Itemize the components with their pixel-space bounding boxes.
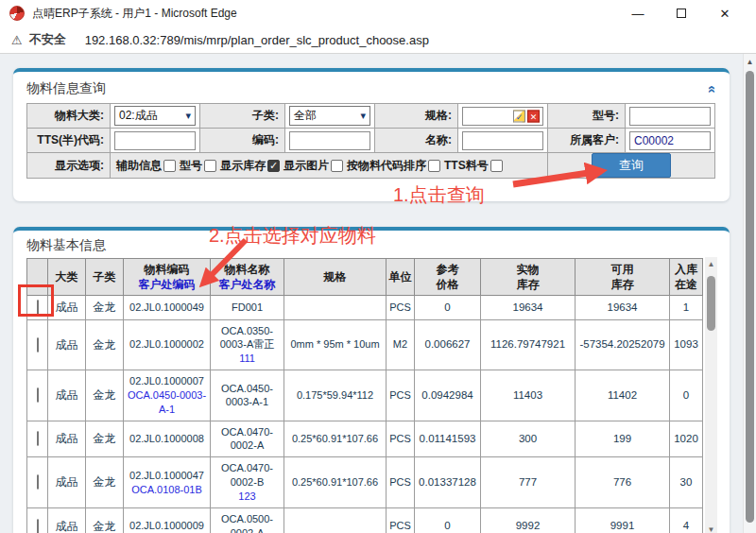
annotation-step1: 1.点击查询	[393, 182, 485, 208]
close-button[interactable]: ✕	[703, 0, 747, 26]
results-panel: 物料基本信息 大类 子类 物料编码 客户处编码 物料名称	[13, 227, 730, 533]
address-bar[interactable]: ⚠ 不安全 192.168.0.32:789/mis/mrp/plan_orde…	[0, 26, 756, 54]
code-label: 编码:	[200, 129, 285, 153]
query-panel-title: 物料信息查询	[26, 80, 106, 97]
option-checkbox[interactable]	[267, 160, 280, 172]
category-label: 物料大类:	[27, 104, 111, 129]
minimize-button[interactable]: —	[616, 0, 660, 26]
header-available-stock: 可用 库存	[576, 259, 670, 296]
maximize-icon	[677, 9, 686, 18]
maximize-button[interactable]	[660, 0, 703, 26]
app-favicon	[9, 6, 25, 21]
display-option: TTS料号	[444, 158, 503, 174]
page-content: 物料信息查询 « 物料大类: 02:成品 ▾ 子类: 全部	[0, 54, 756, 533]
display-options: 辅助信息 型号 显示库存 显示图片 按物料代码排序 TTS料号	[111, 153, 548, 179]
table-row[interactable]: 成品 金龙 02.JL0.1000008 OCA.0470-0002-A 0.2…	[27, 421, 703, 457]
option-checkbox[interactable]	[428, 160, 440, 172]
query-panel: 物料信息查询 « 物料大类: 02:成品 ▾ 子类: 全部	[13, 68, 730, 201]
spec-label: 规格:	[375, 104, 458, 129]
header-code-line1: 物料编码	[145, 263, 190, 276]
collapse-chevron-icon[interactable]: «	[704, 85, 720, 93]
scroll-up-icon[interactable]: ▲	[744, 58, 756, 66]
option-label: 辅助信息	[116, 158, 162, 174]
header-price-line2: 价格	[437, 278, 459, 291]
tts-code-input[interactable]	[114, 131, 196, 150]
customer-input[interactable]	[629, 131, 711, 150]
table-row[interactable]: 成品 金龙 02.JL0.1000002 OCA.0350-0003-A雷正11…	[27, 319, 703, 370]
header-physical-line2: 库存	[517, 278, 540, 291]
header-subcategory: 子类	[86, 259, 124, 296]
results-table-body: 成品 金龙 02.JL0.1000049 FD001 PCS 0 19634 1…	[27, 296, 703, 533]
table-scrollbar-thumb[interactable]	[707, 276, 715, 331]
header-inbound: 入库 在途	[670, 259, 703, 296]
code-input[interactable]	[289, 131, 370, 150]
scroll-down-icon[interactable]: ▼	[705, 525, 717, 533]
spec-clear-icon[interactable]: ✕	[527, 110, 540, 122]
model-label: 型号:	[548, 104, 626, 129]
subcategory-select[interactable]: 全部 ▾	[289, 106, 370, 126]
name-label: 名称:	[375, 129, 458, 153]
category-select-value: 02:成品	[119, 108, 158, 124]
option-label: TTS料号	[444, 158, 489, 174]
results-table: 大类 子类 物料编码 客户处编码 物料名称 客户处名称 规格 单位 参考 价格	[26, 258, 703, 533]
header-name: 物料名称 客户处名称	[211, 259, 284, 296]
browser-scrollbar-thumb[interactable]	[746, 71, 754, 523]
query-form: 物料大类: 02:成品 ▾ 子类: 全部 ▾ 规格:	[26, 103, 715, 179]
insecure-warning-icon: ⚠	[11, 34, 23, 46]
header-price: 参考 价格	[415, 259, 481, 296]
header-code-line2: 客户处编码	[139, 278, 196, 291]
table-row[interactable]: 成品 金龙 02.JL0.1000007OCA.0450-0003-A-1 OC…	[27, 370, 703, 421]
row-checkbox[interactable]	[37, 519, 39, 533]
header-available-line2: 库存	[611, 278, 634, 291]
tts-code-label: TTS(半)代码:	[27, 129, 111, 153]
spec-picker-icon[interactable]: ✓	[513, 110, 525, 122]
header-physical-stock: 实物 库存	[481, 259, 576, 296]
subcategory-label: 子类:	[200, 104, 285, 129]
browser-scrollbar[interactable]: ▲	[743, 54, 756, 533]
header-physical-line1: 实物	[517, 263, 540, 276]
window-title: 点晴ERP子系统 - 用户1 - Microsoft Edge	[32, 6, 616, 22]
customer-label: 所属客户:	[548, 129, 626, 153]
header-name-line1: 物料名称	[225, 263, 270, 276]
checkbox-highlight-box	[18, 284, 54, 317]
header-spec: 规格	[284, 259, 387, 296]
option-label: 型号	[180, 158, 202, 174]
annotation-step2: 2.点击选择对应物料	[209, 223, 376, 249]
display-option: 型号	[180, 158, 216, 174]
header-inbound-line1: 入库	[675, 263, 697, 276]
window-titlebar: 点晴ERP子系统 - 用户1 - Microsoft Edge — ✕	[0, 0, 756, 26]
query-button[interactable]: 查询	[592, 153, 671, 178]
table-row[interactable]: 成品 金龙 02.JL0.1000047OCA.0108-01B OCA.047…	[27, 457, 703, 508]
row-checkbox[interactable]	[37, 474, 39, 490]
header-inbound-line2: 在途	[675, 278, 697, 291]
display-option: 辅助信息	[116, 158, 176, 174]
option-checkbox[interactable]	[490, 160, 503, 172]
option-checkbox[interactable]	[163, 160, 176, 172]
header-name-line2: 客户处名称	[219, 278, 276, 291]
row-checkbox[interactable]	[37, 431, 39, 446]
name-input[interactable]	[462, 131, 543, 150]
model-input[interactable]	[629, 107, 711, 126]
option-label: 显示库存	[220, 158, 266, 174]
row-checkbox[interactable]	[37, 337, 39, 352]
row-checkbox[interactable]	[37, 387, 39, 403]
results-header-row: 大类 子类 物料编码 客户处编码 物料名称 客户处名称 规格 单位 参考 价格	[27, 259, 703, 296]
option-label: 显示图片	[284, 158, 329, 174]
display-option: 按物料代码排序	[347, 158, 440, 174]
table-row[interactable]: 成品 金龙 02.JL0.1000009 OCA.0500-0002-A PCS…	[27, 507, 703, 533]
chevron-down-icon: ▾	[360, 110, 366, 122]
table-scrollbar[interactable]: ▲ ▼	[705, 257, 717, 533]
category-select[interactable]: 02:成品 ▾	[114, 106, 196, 126]
url-text[interactable]: 192.168.0.32:789/mis/mrp/plan_order_slc_…	[85, 33, 429, 47]
subcategory-select-value: 全部	[294, 108, 317, 124]
table-row[interactable]: 成品 金龙 02.JL0.1000049 FD001 PCS 0 19634 1…	[27, 296, 703, 319]
results-panel-title: 物料基本信息	[26, 237, 106, 254]
scroll-up-icon[interactable]: ▲	[705, 260, 717, 268]
option-checkbox[interactable]	[331, 160, 343, 172]
header-available-line1: 可用	[611, 263, 634, 276]
header-unit: 单位	[387, 259, 415, 296]
security-label[interactable]: 不安全	[29, 31, 66, 48]
option-checkbox[interactable]	[204, 160, 216, 172]
chevron-down-icon: ▾	[185, 110, 191, 122]
query-panel-header: 物料信息查询 «	[13, 72, 730, 103]
